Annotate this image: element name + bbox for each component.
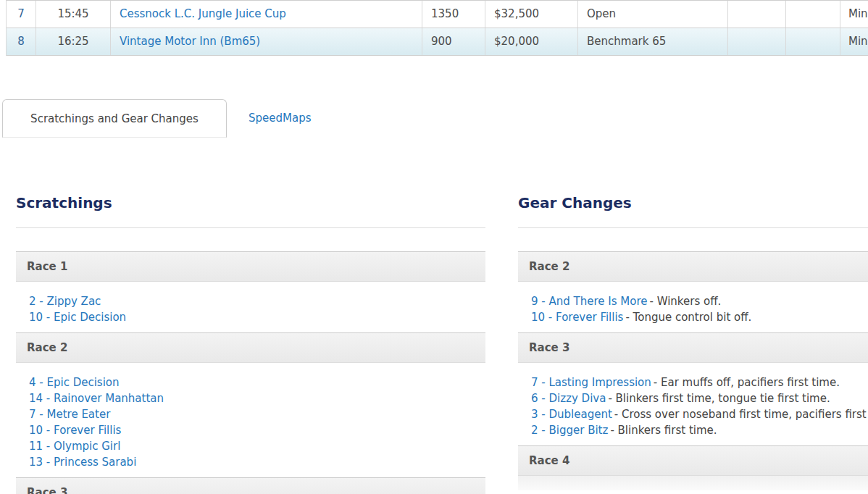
race-time-cell: 15:45: [36, 1, 111, 28]
gear-note: - Blinkers first time.: [610, 424, 717, 437]
race-weight-cell: Min: [840, 28, 868, 55]
gear-note: - Winkers off.: [649, 295, 721, 308]
race-time-cell: 16:25: [36, 28, 111, 55]
list-item: 7 - Metre Eater: [29, 406, 485, 422]
divider: [518, 227, 868, 228]
list-item: 10 - Forever Fillis: [29, 422, 485, 438]
race-distance-cell: 900: [422, 28, 485, 55]
horse-link[interactable]: 2 - Bigger Bitz: [531, 424, 608, 437]
horse-link[interactable]: 7 - Lasting Impression: [531, 376, 651, 389]
horse-link[interactable]: 13 - Princess Sarabi: [29, 456, 136, 469]
gear-changes-heading: Gear Changes: [518, 194, 868, 212]
horse-link[interactable]: 10 - Forever Fillis: [29, 424, 121, 437]
list-item: 14 - Rainover Manhattan: [29, 390, 485, 406]
race-prize-cell: $32,500: [485, 1, 578, 28]
page: 7 15:45 Cessnock L.C. Jungle Juice Cup 1…: [0, 0, 868, 494]
table-row-highlighted: 8 16:25 Vintage Motor Inn (Bm65) 900 $20…: [7, 28, 868, 56]
race-class-cell: Open: [578, 1, 728, 28]
race-name-cell: Cessnock L.C. Jungle Juice Cup: [111, 1, 422, 28]
race-name-link[interactable]: Cessnock L.C. Jungle Juice Cup: [120, 7, 286, 20]
horse-link[interactable]: 2 - Zippy Zac: [29, 295, 101, 308]
gear-changes-race-2-header: Race 2: [518, 251, 868, 282]
list-item: 4 - Epic Decision: [29, 374, 485, 390]
divider: [16, 227, 485, 228]
gear-note: - Tongue control bit off.: [625, 311, 751, 324]
gear-changes-race-4-header: Race 4: [518, 445, 868, 476]
gear-note: - Blinkers first time, tongue tie first …: [608, 392, 830, 405]
race-number-cell: 8: [7, 28, 36, 55]
list-item: 3 - Dubleagent- Cross over noseband firs…: [531, 406, 868, 422]
race-weight-cell: Min: [840, 1, 868, 28]
horse-link[interactable]: 9 - And There Is More: [531, 295, 647, 308]
gear-changes-race-3-items: 7 - Lasting Impression- Ear muffs off, p…: [518, 363, 868, 445]
empty-cell: [786, 28, 840, 55]
horse-link[interactable]: 6 - Dizzy Diva: [531, 392, 606, 405]
tab-scratchings-and-gear-changes[interactable]: Scratchings and Gear Changes: [2, 99, 227, 138]
race-list-table: 7 15:45 Cessnock L.C. Jungle Juice Cup 1…: [6, 0, 868, 56]
list-item: 11 - Olympic Girl: [29, 438, 485, 454]
scratchings-race-3-header: Race 3: [16, 477, 485, 494]
horse-link[interactable]: 4 - Epic Decision: [29, 376, 120, 389]
list-item: 10 - Forever Fillis- Tongue control bit …: [531, 309, 868, 325]
gear-changes-race-2-items: 9 - And There Is More- Winkers off. 10 -…: [518, 282, 868, 332]
race-name-link[interactable]: Vintage Motor Inn (Bm65): [120, 35, 260, 48]
gear-changes-race-3-header: Race 3: [518, 332, 868, 363]
list-item: 6 - Dizzy Diva- Blinkers first time, ton…: [531, 390, 868, 406]
scratchings-race-2-header: Race 2: [16, 332, 485, 363]
horse-link[interactable]: 7 - Metre Eater: [29, 408, 110, 421]
empty-cell: [786, 1, 840, 28]
table-row: 7 15:45 Cessnock L.C. Jungle Juice Cup 1…: [7, 1, 868, 28]
scratchings-heading: Scratchings: [16, 194, 485, 212]
list-item: 9 - And There Is More- Winkers off.: [531, 293, 868, 309]
section-fade: [518, 476, 868, 490]
race-prize-cell: $20,000: [485, 28, 578, 55]
gear-note: - Ear muffs off, pacifiers first time.: [654, 376, 840, 389]
scratchings-column: Scratchings Race 1 2 - Zippy Zac 10 - Ep…: [16, 194, 485, 494]
tab-speedmaps[interactable]: SpeedMaps: [249, 99, 312, 138]
list-item: 2 - Bigger Bitz- Blinkers first time.: [531, 422, 868, 438]
horse-link[interactable]: 14 - Rainover Manhattan: [29, 392, 164, 405]
scratchings-race-1-header: Race 1: [16, 251, 485, 282]
list-item: 13 - Princess Sarabi: [29, 454, 485, 470]
list-item: 7 - Lasting Impression- Ear muffs off, p…: [531, 374, 868, 390]
race-distance-cell: 1350: [422, 1, 485, 28]
race-name-cell: Vintage Motor Inn (Bm65): [111, 28, 422, 55]
scratchings-race-1-items: 2 - Zippy Zac 10 - Epic Decision: [16, 282, 485, 332]
empty-cell: [728, 28, 786, 55]
scratchings-race-2-items: 4 - Epic Decision 14 - Rainover Manhatta…: [16, 363, 485, 477]
gear-changes-column: Gear Changes Race 2 9 - And There Is Mor…: [518, 194, 868, 490]
horse-link[interactable]: 10 - Epic Decision: [29, 311, 126, 324]
list-item: 10 - Epic Decision: [29, 309, 485, 325]
race-class-cell: Benchmark 65: [578, 28, 728, 55]
empty-cell: [728, 1, 786, 28]
list-item: 2 - Zippy Zac: [29, 293, 485, 309]
gear-note: - Cross over noseband first time, pacifi…: [614, 408, 868, 421]
horse-link[interactable]: 10 - Forever Fillis: [531, 311, 623, 324]
race-number-cell: 7: [7, 1, 36, 28]
horse-link[interactable]: 11 - Olympic Girl: [29, 440, 120, 453]
horse-link[interactable]: 3 - Dubleagent: [531, 408, 612, 421]
